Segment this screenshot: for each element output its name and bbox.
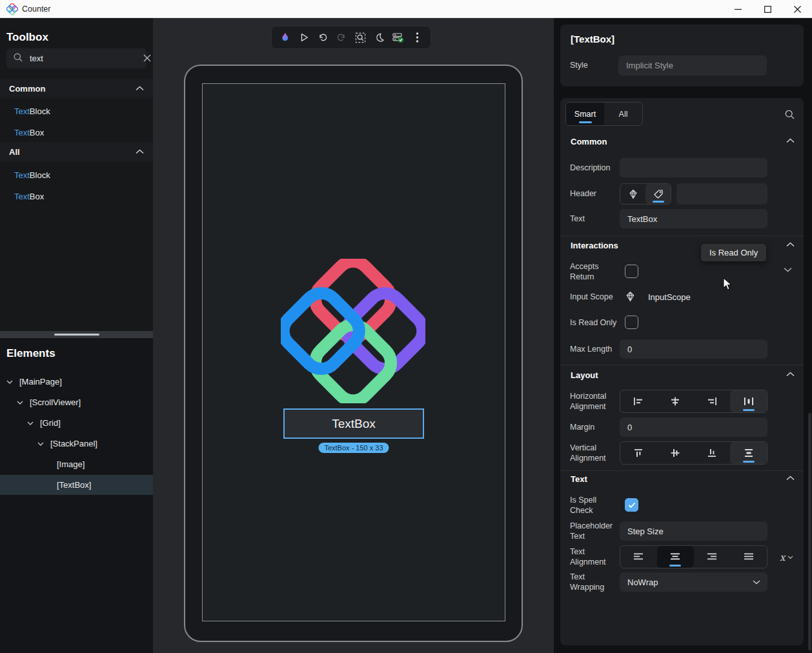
margin-label: Margin xyxy=(570,422,618,432)
style-input[interactable]: Implicit Style xyxy=(618,55,767,75)
more-options-kebab-icon[interactable] xyxy=(410,30,424,45)
chevron-up-icon[interactable] xyxy=(786,242,795,247)
selected-textbox-control[interactable]: TextBox xyxy=(283,408,424,439)
toolbox-section-all[interactable]: All xyxy=(0,142,153,161)
check-icon xyxy=(628,502,636,508)
toolbox-title: Toolbox xyxy=(6,31,48,44)
zoom-to-fit-icon[interactable] xyxy=(354,30,368,45)
align-left-icon xyxy=(633,397,644,406)
active-toggle-indicator xyxy=(743,409,755,411)
panel-splitter[interactable] xyxy=(0,331,153,338)
search-icon xyxy=(13,52,23,65)
toolbox-item-textbox[interactable]: TextBox xyxy=(0,123,153,143)
text-wrapping-dropdown[interactable]: NoWrap xyxy=(620,572,767,592)
align-center-vertical-icon xyxy=(670,448,680,458)
properties-header-card: [TextBox] Style Implicit Style xyxy=(560,25,804,86)
tree-item-grid[interactable]: [Grid] xyxy=(0,413,153,433)
tree-item-scrollviewer[interactable]: [ScrollViewer] xyxy=(0,392,153,412)
design-canvas[interactable]: TextBox TextBox - 150 x 33 xyxy=(153,18,554,653)
section-common[interactable]: Common xyxy=(571,137,607,146)
chevron-down-icon[interactable] xyxy=(37,442,45,446)
align-top-icon xyxy=(633,448,644,458)
toolbox-item-textblock[interactable]: TextBlock xyxy=(0,101,153,121)
clear-search-icon[interactable] xyxy=(143,53,151,65)
search-input[interactable] xyxy=(30,54,143,63)
toolbox-item-textblock[interactable]: TextBlock xyxy=(0,165,153,185)
tab-smart[interactable]: Smart xyxy=(566,103,604,125)
section-text[interactable]: Text xyxy=(571,474,587,484)
align-center-vertical-button[interactable] xyxy=(657,442,694,464)
tree-item-textbox-selected[interactable]: [TextBox] xyxy=(0,475,153,495)
toolbox-item-textbox[interactable]: TextBox xyxy=(0,186,153,206)
active-toggle-indicator xyxy=(669,565,681,567)
properties-search-icon[interactable] xyxy=(784,109,795,123)
chevron-down-icon[interactable] xyxy=(6,380,14,384)
app-screen[interactable]: TextBox TextBox - 150 x 33 xyxy=(202,83,505,621)
text-label: Text xyxy=(570,214,618,224)
binding-gem-icon[interactable] xyxy=(625,291,636,305)
margin-input[interactable]: 0 xyxy=(620,417,767,437)
tab-all[interactable]: All xyxy=(604,103,642,125)
settings-checklist-icon[interactable] xyxy=(391,30,405,45)
selected-element-title: [TextBox] xyxy=(571,34,614,45)
text-input[interactable]: TextBox xyxy=(620,209,767,228)
tree-item-mainpage[interactable]: [MainPage] xyxy=(0,372,153,392)
chevron-up-icon[interactable] xyxy=(786,138,795,143)
accepts-return-checkbox[interactable] xyxy=(625,265,638,278)
app-logo-icon xyxy=(6,3,18,15)
maximize-button[interactable] xyxy=(753,0,782,18)
section-interactions[interactable]: Interactions xyxy=(571,241,618,250)
text-align-right-icon xyxy=(707,552,717,561)
description-input[interactable] xyxy=(620,158,767,177)
section-divider xyxy=(560,365,804,365)
scrollbar-thumb[interactable] xyxy=(808,413,811,650)
minimize-button[interactable] xyxy=(723,0,753,18)
text-align-center-button[interactable] xyxy=(657,546,694,568)
header-binding-toggle[interactable] xyxy=(620,184,645,204)
app-logo-image[interactable] xyxy=(281,259,425,406)
x-variable-selector[interactable]: x xyxy=(780,552,793,563)
chevron-down-icon[interactable] xyxy=(27,421,35,425)
chevron-up-icon[interactable] xyxy=(786,476,795,481)
chevron-up-icon[interactable] xyxy=(786,372,795,377)
align-bottom-button[interactable] xyxy=(694,442,731,464)
is-read-only-label: Is Read Only xyxy=(570,317,618,328)
accepts-return-label: Accepts Return xyxy=(570,261,618,283)
header-label: Header xyxy=(570,188,618,199)
header-input[interactable] xyxy=(676,183,767,205)
align-right-button[interactable] xyxy=(694,390,731,412)
text-align-right-button[interactable] xyxy=(694,546,731,568)
input-scope-value[interactable]: InputScope xyxy=(648,292,691,302)
undo-icon[interactable] xyxy=(316,30,330,45)
align-top-button[interactable] xyxy=(620,442,657,464)
toolbox-section-common[interactable]: Common xyxy=(0,79,153,98)
redo-icon[interactable] xyxy=(334,30,349,45)
section-layout[interactable]: Layout xyxy=(571,370,598,380)
stretch-horizontal-button[interactable] xyxy=(730,390,767,412)
hot-reload-flame-icon[interactable] xyxy=(278,30,292,45)
max-length-label: Max Length xyxy=(570,344,618,354)
chevron-down-icon[interactable] xyxy=(784,267,792,272)
device-frame: TextBox TextBox - 150 x 33 xyxy=(184,65,523,642)
max-length-input[interactable]: 0 xyxy=(620,339,767,359)
active-toggle-indicator xyxy=(653,201,664,203)
dark-theme-moon-icon[interactable] xyxy=(372,30,387,45)
is-read-only-checkbox[interactable] xyxy=(625,316,638,329)
tree-item-stackpanel[interactable]: [StackPanel] xyxy=(0,434,153,454)
play-icon[interactable] xyxy=(297,30,311,45)
chevron-down-icon xyxy=(787,556,793,559)
align-left-button[interactable] xyxy=(620,390,657,412)
text-align-justify-button[interactable] xyxy=(730,546,767,568)
text-align-left-button[interactable] xyxy=(620,546,657,568)
chevron-down-icon[interactable] xyxy=(17,401,25,405)
tree-item-image[interactable]: [Image] xyxy=(0,454,153,474)
align-center-horizontal-button[interactable] xyxy=(657,390,694,412)
close-button[interactable] xyxy=(782,0,812,18)
window-title: Counter xyxy=(22,5,50,14)
is-spell-check-checkbox[interactable] xyxy=(625,498,638,512)
toolbox-search[interactable] xyxy=(6,48,147,68)
placeholder-text-input[interactable]: Step Size xyxy=(620,521,767,541)
stretch-vertical-button[interactable] xyxy=(730,442,767,464)
header-tag-toggle[interactable] xyxy=(645,184,671,204)
properties-body-card: Smart All Common Description Header xyxy=(560,98,804,645)
